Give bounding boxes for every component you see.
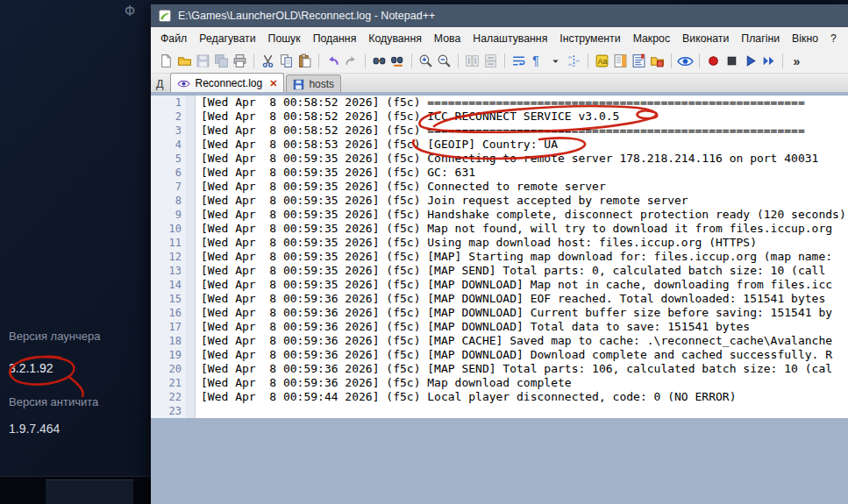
line-number: 21 [151,376,186,390]
log-line-text[interactable]: [Wed Apr 8 00:59:35 2026] (f5c) GC: 631 [196,166,848,180]
indent-guide-icon[interactable] [566,53,582,69]
log-line-row: 13[Wed Apr 8 00:59:35 2026] (f5c) [MAP S… [151,264,848,278]
toolbar-separator [253,53,254,68]
line-number: 19 [151,348,186,362]
line-number: 7 [151,180,186,194]
log-line-text[interactable]: [Wed Apr 8 00:59:35 2026] (f5c) Connecti… [196,152,848,166]
log-line-text[interactable]: [Wed Apr 8 00:59:36 2026] (f5c) Map down… [196,376,848,390]
menu-item-run[interactable]: Виконати [676,30,735,47]
log-line-text[interactable]: [Wed Apr 8 00:59:36 2026] (f5c) [MAP DOW… [196,320,848,334]
tab-bar: Д Reconnect.log✕hosts [151,74,848,94]
log-line-text[interactable] [196,404,848,418]
tab-reconnect-log[interactable]: Reconnect.log✕ [170,73,284,93]
macro-stop-icon[interactable] [723,53,740,69]
save-all-icon[interactable] [213,53,230,69]
print-icon[interactable] [232,53,248,69]
menu-item-window[interactable]: Вікно [786,30,824,47]
log-line-text[interactable]: [Wed Apr 8 00:59:35 2026] (f5c) Join req… [196,194,848,208]
find-icon[interactable] [371,53,388,69]
line-number: 10 [151,222,186,236]
menu-item-search[interactable]: Пошук [262,30,307,47]
toolbar-separator [318,53,319,68]
log-line-row: 19[Wed Apr 8 00:59:36 2026] (f5c) [MAP D… [151,348,848,362]
menu-bar: ФайлРедагуватиПошукПоданняКодуванняМоваН… [151,27,848,49]
menu-item-encoding[interactable]: Кодування [362,30,428,47]
monitoring-eye-icon[interactable] [677,53,694,69]
redo-icon[interactable] [343,53,360,69]
line-number: 1 [151,96,186,110]
menu-item-edit[interactable]: Редагувати [193,30,261,47]
save-icon[interactable] [195,53,211,69]
log-line-text[interactable]: [Wed Apr 8 00:59:44 2026] (f5c) Local pl… [196,390,848,404]
sync-scroll-v-icon[interactable] [464,53,481,69]
log-line-text[interactable]: [Wed Apr 8 00:59:35 2026] (f5c) Handshak… [196,208,848,222]
toolbar: ¶Aa» [151,49,848,74]
zoom-out-icon[interactable] [436,53,453,69]
log-line-text[interactable]: [Wed Apr 8 00:59:35 2026] (f5c) Connecte… [196,180,848,194]
folder-as-workspace-icon[interactable] [649,53,666,69]
paste-icon[interactable] [296,53,313,69]
menu-item-settings[interactable]: Налаштування [467,30,553,47]
launcher-version-value: 3.2.1.92 [9,361,53,375]
log-line-row: 20[Wed Apr 8 00:59:36 2026] (f5c) [MAP S… [151,362,848,376]
fold-margin [186,96,196,110]
titlebar[interactable]: E:\Games\LauncherOLD\Reconnect.log - Not… [151,4,848,27]
log-line-text[interactable]: [Wed Apr 8 00:58:53 2026] (f5c) [GEOIP] … [196,138,848,152]
log-line-text[interactable]: [Wed Apr 8 00:59:35 2026] (f5c) [MAP DOW… [196,278,848,292]
menu-item-macro[interactable]: Макрос [627,30,676,47]
log-line-text[interactable]: [Wed Apr 8 00:59:35 2026] (f5c) Map not … [196,222,848,236]
log-line-row: 11[Wed Apr 8 00:59:35 2026] (f5c) Using … [151,236,848,250]
menu-item-tools[interactable]: Інструменти [553,30,626,47]
log-line-row: 8[Wed Apr 8 00:59:35 2026] (f5c) Join re… [151,194,848,208]
replace-icon[interactable] [389,53,406,69]
new-file-icon[interactable] [158,53,175,69]
log-line-text[interactable]: [Wed Apr 8 00:59:35 2026] (f5c) Using ma… [196,236,848,250]
define-language-icon[interactable]: Aa [594,53,610,69]
cut-icon[interactable] [260,53,276,69]
macro-run-multiple-icon[interactable] [760,53,777,69]
zoom-in-icon[interactable] [417,53,434,69]
overflow-chevron-icon[interactable]: » [788,53,805,69]
show-all-characters-icon[interactable]: ¶ [529,53,545,69]
editor-area[interactable]: 1[Wed Apr 8 00:58:52 2026] (f5c) =======… [151,92,848,504]
tab-label: hosts [309,78,334,90]
log-line-text[interactable]: [Wed Apr 8 00:59:35 2026] (f5c) [MAP SEN… [196,264,848,278]
copy-icon[interactable] [278,53,295,69]
word-wrap-icon[interactable] [510,53,527,69]
log-line-row: 2[Wed Apr 8 00:58:52 2026] (f5c) ICC REC… [151,110,848,124]
menu-item-language[interactable]: Мова [428,30,467,47]
function-list-icon[interactable] [631,53,647,69]
menu-item-plugins[interactable]: Плагіни [735,30,786,47]
dropdown-arrow-icon[interactable] [547,53,564,69]
undo-icon[interactable] [324,53,341,69]
anticheat-version-label: Версия античита [9,395,98,408]
log-line-text[interactable]: [Wed Apr 8 00:58:52 2026] (f5c) ========… [196,96,848,110]
fold-margin [186,334,196,348]
monitoring-eye-small-icon [177,79,190,89]
line-number: 3 [151,124,186,138]
log-line-text[interactable]: [Wed Apr 8 00:59:36 2026] (f5c) [MAP CAC… [196,334,848,348]
log-line-text[interactable]: [Wed Apr 8 00:59:36 2026] (f5c) [MAP DOW… [196,292,848,306]
menu-item-file[interactable]: Файл [154,30,193,47]
log-line-text[interactable]: [Wed Apr 8 00:58:52 2026] (f5c) ========… [196,124,848,138]
tab-close-button[interactable]: ✕ [269,78,277,89]
log-line-row: 4[Wed Apr 8 00:58:53 2026] (f5c) [GEOIP]… [151,138,848,152]
sync-scroll-h-icon[interactable] [482,53,499,69]
macro-record-icon[interactable] [705,53,722,69]
log-line-text[interactable]: [Wed Apr 8 00:59:36 2026] (f5c) [MAP DOW… [196,348,848,362]
launcher-bottom-panel [46,479,133,504]
open-folder-icon[interactable] [176,53,193,69]
doc-map-icon[interactable] [612,53,629,69]
macro-play-icon[interactable] [742,53,759,69]
tab-hosts[interactable]: hosts [286,75,341,93]
log-line-row: 16[Wed Apr 8 00:59:36 2026] (f5c) [MAP D… [151,306,848,320]
log-line-text[interactable]: [Wed Apr 8 00:59:36 2026] (f5c) [MAP SEN… [196,362,848,376]
menu-item-view[interactable]: Подання [307,30,363,47]
line-number: 17 [151,320,186,334]
log-line-text[interactable]: [Wed Apr 8 00:59:35 2026] (f5c) [MAP] St… [196,250,848,264]
anticheat-version-value: 1.9.7.464 [9,422,60,436]
menu-item-help[interactable]: ? [824,30,843,47]
line-number: 18 [151,334,186,348]
log-line-text[interactable]: [Wed Apr 8 00:59:36 2026] (f5c) [MAP DOW… [196,306,848,320]
log-line-text[interactable]: [Wed Apr 8 00:58:52 2026] (f5c) ICC RECO… [196,110,848,124]
